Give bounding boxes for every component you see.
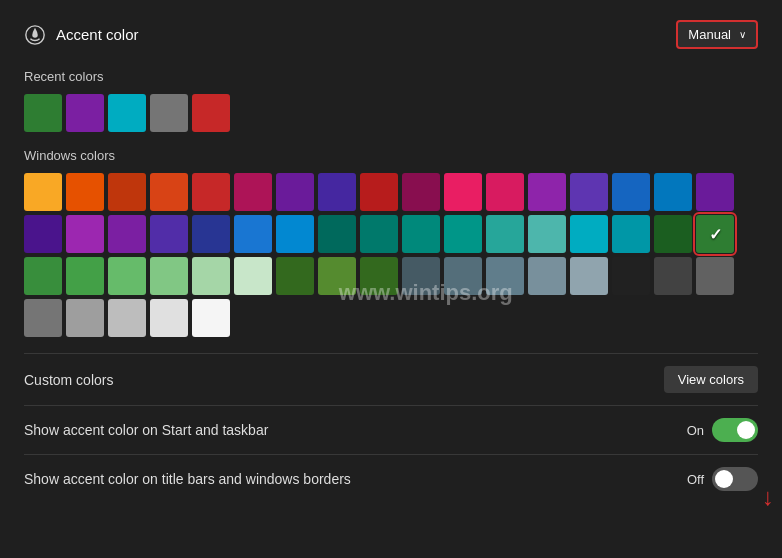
windows-color-swatch[interactable] [150,173,188,211]
windows-color-swatch[interactable] [192,173,230,211]
recent-color-swatch[interactable] [192,94,230,132]
windows-color-swatch[interactable] [66,215,104,253]
windows-color-swatch[interactable] [570,257,608,295]
windows-color-swatch[interactable] [150,215,188,253]
windows-color-swatch[interactable] [234,215,272,253]
windows-color-swatch[interactable] [696,215,734,253]
taskbar-accent-label: Show accent color on Start and taskbar [24,422,268,438]
windows-color-swatch[interactable] [402,257,440,295]
windows-color-swatch[interactable] [486,173,524,211]
mode-label: Manual [688,27,731,42]
windows-color-swatch[interactable] [66,299,104,337]
accent-color-icon [24,24,46,46]
windows-color-swatch[interactable] [486,257,524,295]
windows-color-swatch[interactable] [192,215,230,253]
windows-color-swatch[interactable] [444,257,482,295]
windows-color-swatch[interactable] [360,173,398,211]
windows-color-swatch[interactable] [108,215,146,253]
windows-color-swatch[interactable] [570,173,608,211]
custom-colors-label: Custom colors [24,372,113,388]
windows-color-swatch[interactable] [192,257,230,295]
windows-color-swatch[interactable] [276,257,314,295]
recent-color-swatch[interactable] [66,94,104,132]
windows-color-swatch[interactable] [276,173,314,211]
windows-color-swatch[interactable] [528,173,566,211]
windows-color-swatch[interactable] [234,173,272,211]
toggle-thumb [737,421,755,439]
windows-color-swatch[interactable] [696,257,734,295]
windows-color-swatch[interactable] [66,257,104,295]
taskbar-state-label: On [687,423,704,438]
windows-colors-grid [24,173,758,337]
recent-colors-label: Recent colors [24,69,758,84]
windows-color-swatch[interactable] [234,257,272,295]
custom-colors-row: Custom colors View colors [24,353,758,405]
recent-color-swatch[interactable] [150,94,188,132]
windows-color-swatch[interactable] [528,257,566,295]
windows-color-swatch[interactable] [612,173,650,211]
recent-color-swatch[interactable] [24,94,62,132]
windows-color-swatch[interactable] [108,173,146,211]
windows-color-swatch[interactable] [654,257,692,295]
windows-color-swatch[interactable] [654,173,692,211]
mode-dropdown[interactable]: Manual ∨ [676,20,758,49]
titlebar-accent-label: Show accent color on title bars and wind… [24,471,351,487]
windows-color-swatch[interactable] [696,173,734,211]
windows-color-swatch[interactable] [402,173,440,211]
header-left: Accent color [24,24,139,46]
toggle-thumb-2 [715,470,733,488]
titlebar-state-label: Off [687,472,704,487]
windows-color-swatch[interactable] [612,257,650,295]
windows-color-swatch[interactable] [150,299,188,337]
windows-color-swatch[interactable] [570,215,608,253]
windows-color-swatch[interactable] [486,215,524,253]
windows-color-swatch[interactable] [612,215,650,253]
windows-color-swatch[interactable] [318,257,356,295]
windows-color-swatch[interactable] [150,257,188,295]
taskbar-toggle[interactable] [712,418,758,442]
windows-color-swatch[interactable] [24,173,62,211]
windows-color-swatch[interactable] [66,173,104,211]
windows-color-swatch[interactable] [318,215,356,253]
windows-color-swatch[interactable] [24,257,62,295]
accent-color-header: Accent color Manual ∨ [24,20,758,49]
chevron-down-icon: ∨ [739,29,746,40]
windows-color-swatch[interactable] [360,215,398,253]
windows-color-swatch[interactable] [108,299,146,337]
windows-color-swatch[interactable] [276,215,314,253]
windows-color-swatch[interactable] [444,173,482,211]
taskbar-toggle-container: On [687,418,758,442]
windows-color-swatch[interactable] [528,215,566,253]
windows-color-swatch[interactable] [24,299,62,337]
recent-colors-grid [24,94,758,132]
windows-color-swatch[interactable] [318,173,356,211]
windows-color-swatch[interactable] [192,299,230,337]
windows-colors-label: Windows colors [24,148,758,163]
windows-color-swatch[interactable] [654,215,692,253]
titlebar-toggle[interactable] [712,467,758,491]
windows-color-swatch[interactable] [444,215,482,253]
titlebar-accent-row: Show accent color on title bars and wind… [24,454,758,503]
titlebar-toggle-container: Off [687,467,758,491]
recent-color-swatch[interactable] [108,94,146,132]
windows-color-swatch[interactable] [402,215,440,253]
windows-color-swatch[interactable] [108,257,146,295]
arrow-indicator: ↓ [762,483,774,511]
view-colors-button[interactable]: View colors [664,366,758,393]
page-title: Accent color [56,26,139,43]
windows-color-swatch[interactable] [24,215,62,253]
taskbar-accent-row: Show accent color on Start and taskbar O… [24,405,758,454]
windows-color-swatch[interactable] [360,257,398,295]
